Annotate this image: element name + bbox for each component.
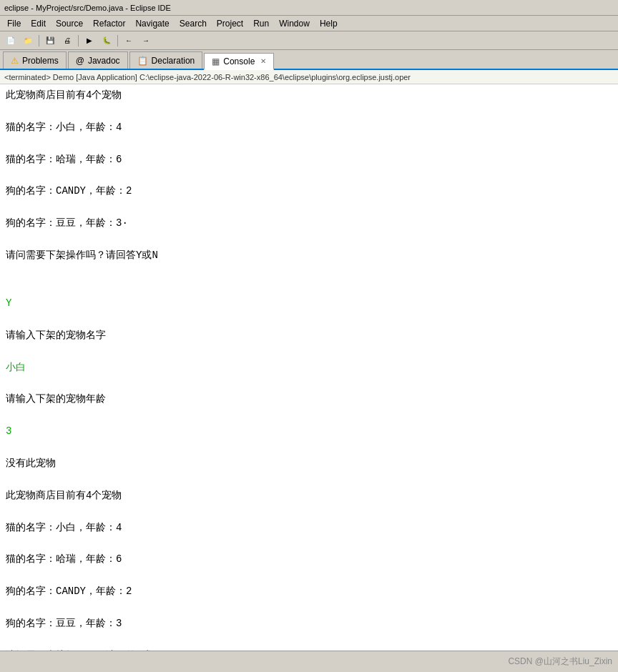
tab-javadoc-label: Javadoc bbox=[88, 56, 120, 66]
menu-run[interactable]: Run bbox=[249, 17, 273, 30]
title-bar: eclipse - MyProject/src/Demo.java - Ecli… bbox=[0, 0, 618, 16]
console-line: 小白 bbox=[6, 360, 612, 375]
toolbar-sep-1 bbox=[39, 35, 39, 46]
toolbar-row1: 📄 📁 💾 🖨 ▶ 🐛 ← → bbox=[0, 31, 618, 50]
toolbar-sep-2 bbox=[78, 35, 79, 46]
path-bar: <terminated> Demo [Java Application] C:\… bbox=[0, 70, 618, 84]
console-line: 请输入下架的宠物年龄 bbox=[6, 391, 612, 407]
tab-declaration-icon: 📋 bbox=[137, 56, 148, 66]
tab-console[interactable]: ▦ Console ✕ bbox=[204, 53, 274, 70]
menu-bar: File Edit Source Refactor Navigate Searc… bbox=[0, 16, 618, 31]
tabs-container: ⚠ Problems @ Javadoc 📋 Declaration ▦ Con… bbox=[0, 50, 618, 70]
console-line: 猫的名字：哈瑞，年龄：6 bbox=[6, 551, 612, 567]
console-line: 请输入下架的宠物名字 bbox=[6, 327, 612, 343]
console-line: 3 bbox=[6, 423, 612, 439]
tab-console-icon: ▦ bbox=[212, 56, 220, 66]
tab-problems[interactable]: ⚠ Problems bbox=[3, 51, 67, 69]
menu-help[interactable]: Help bbox=[315, 17, 342, 30]
toolbar-btn-save[interactable]: 💾 bbox=[42, 34, 58, 48]
tab-javadoc[interactable]: @ Javadoc bbox=[68, 51, 128, 69]
tab-declaration[interactable]: 📋 Declaration bbox=[129, 51, 203, 69]
toolbar-sep-3 bbox=[117, 35, 118, 46]
console-line: 此宠物商店目前有4个宠物 bbox=[6, 488, 612, 503]
watermark-text: CSDN @山河之书Liu_Zixin bbox=[508, 656, 612, 668]
console-line: 猫的名字：小白，年龄：4 bbox=[6, 520, 612, 535]
title-bar-text: eclipse - MyProject/src/Demo.java - Ecli… bbox=[4, 4, 171, 12]
console-line: 此宠物商店目前有4个宠物 bbox=[6, 87, 612, 103]
status-bar: CSDN @山河之书Liu_Zixin bbox=[0, 651, 618, 672]
console-line: 请问需要下架操作吗？请回答Y或N bbox=[6, 247, 612, 263]
toolbar-btn-open[interactable]: 📁 bbox=[20, 34, 36, 48]
menu-refactor[interactable]: Refactor bbox=[89, 17, 129, 30]
toolbar-btn-forward[interactable]: → bbox=[138, 34, 154, 48]
toolbar-btn-print[interactable]: 🖨 bbox=[59, 34, 75, 48]
console-line: 狗的名字：豆豆，年龄：3· bbox=[6, 215, 612, 231]
tab-console-close[interactable]: ✕ bbox=[260, 57, 266, 65]
tab-console-label: Console bbox=[223, 56, 255, 66]
menu-edit[interactable]: Edit bbox=[26, 17, 50, 30]
menu-project[interactable]: Project bbox=[212, 17, 247, 30]
toolbar-btn-new[interactable]: 📄 bbox=[3, 34, 19, 48]
menu-file[interactable]: File bbox=[3, 17, 25, 30]
tab-javadoc-icon: @ bbox=[76, 56, 84, 66]
toolbar-btn-back[interactable]: ← bbox=[121, 34, 137, 48]
console-line: 猫的名字：哈瑞，年龄：6 bbox=[6, 152, 612, 167]
console-output: 此宠物商店目前有4个宠物猫的名字：小白，年龄：4猫的名字：哈瑞，年龄：6狗的名字… bbox=[0, 84, 618, 651]
console-line: 狗的名字：CANDY，年龄：2 bbox=[6, 183, 612, 199]
tab-problems-icon: ⚠ bbox=[11, 56, 19, 66]
tab-declaration-label: Declaration bbox=[152, 56, 195, 66]
console-line: 猫的名字：小白，年龄：4 bbox=[6, 119, 612, 135]
menu-search[interactable]: Search bbox=[175, 17, 211, 30]
console-line: Y bbox=[6, 295, 612, 311]
menu-navigate[interactable]: Navigate bbox=[131, 17, 173, 30]
tab-problems-label: Problems bbox=[22, 56, 59, 66]
console-line: 狗的名字：CANDY，年龄：2 bbox=[6, 583, 612, 599]
console-line: 没有此宠物 bbox=[6, 455, 612, 471]
menu-source[interactable]: Source bbox=[52, 17, 87, 30]
menu-window[interactable]: Window bbox=[275, 17, 314, 30]
path-bar-text: <terminated> Demo [Java Application] C:\… bbox=[4, 73, 411, 81]
console-line: 狗的名字：豆豆，年龄：3 bbox=[6, 616, 612, 631]
toolbar-btn-debug[interactable]: 🐛 bbox=[99, 34, 114, 48]
toolbar-btn-run[interactable]: ▶ bbox=[82, 34, 97, 48]
